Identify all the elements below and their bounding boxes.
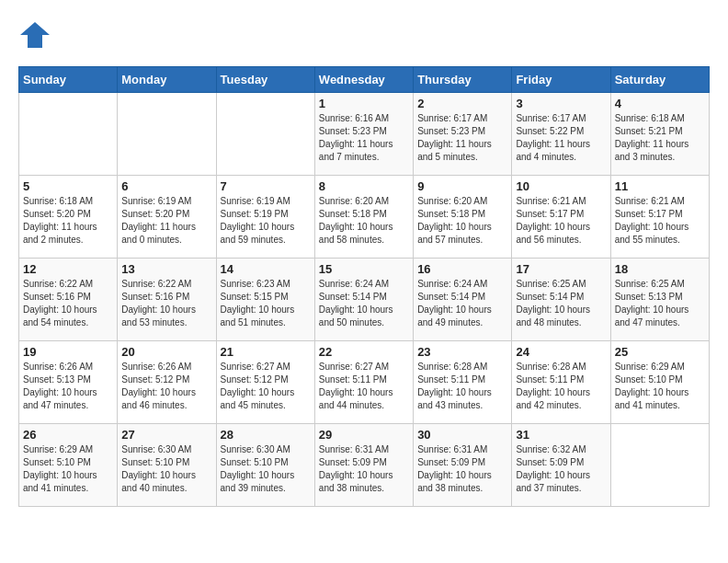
calendar-cell: 13Sunrise: 6:22 AM Sunset: 5:16 PM Dayli… (118, 259, 216, 341)
calendar-cell: 7Sunrise: 6:19 AM Sunset: 5:19 PM Daylig… (216, 176, 314, 259)
calendar-cell: 15Sunrise: 6:24 AM Sunset: 5:14 PM Dayli… (314, 259, 413, 341)
day-number: 8 (319, 179, 409, 193)
day-info: Sunrise: 6:28 AM Sunset: 5:11 PM Dayligh… (516, 361, 606, 412)
day-number: 28 (221, 428, 311, 442)
page-header (18, 18, 710, 52)
day-number: 14 (221, 262, 311, 276)
day-info: Sunrise: 6:31 AM Sunset: 5:09 PM Dayligh… (417, 443, 507, 495)
calendar-week-row: 26Sunrise: 6:29 AM Sunset: 5:10 PM Dayli… (19, 424, 710, 507)
calendar-cell: 20Sunrise: 6:26 AM Sunset: 5:12 PM Dayli… (118, 341, 216, 424)
svg-marker-0 (20, 22, 50, 48)
day-number: 26 (23, 428, 113, 442)
calendar-cell: 29Sunrise: 6:31 AM Sunset: 5:09 PM Dayli… (314, 424, 413, 507)
day-info: Sunrise: 6:28 AM Sunset: 5:11 PM Dayligh… (417, 361, 507, 412)
calendar-cell: 21Sunrise: 6:27 AM Sunset: 5:12 PM Dayli… (216, 341, 314, 424)
day-info: Sunrise: 6:19 AM Sunset: 5:20 PM Dayligh… (121, 195, 211, 247)
day-info: Sunrise: 6:26 AM Sunset: 5:12 PM Dayligh… (121, 361, 211, 412)
calendar-week-row: 12Sunrise: 6:22 AM Sunset: 5:16 PM Dayli… (19, 259, 710, 341)
day-number: 7 (221, 179, 311, 193)
day-number: 29 (319, 428, 409, 442)
day-number: 17 (516, 262, 606, 276)
calendar-cell: 16Sunrise: 6:24 AM Sunset: 5:14 PM Dayli… (414, 259, 512, 341)
logo-icon (18, 18, 51, 52)
day-number: 22 (319, 345, 409, 359)
day-number: 1 (319, 97, 409, 110)
calendar-week-row: 5Sunrise: 6:18 AM Sunset: 5:20 PM Daylig… (19, 176, 710, 259)
day-header-sunday: Sunday (19, 67, 118, 93)
calendar-cell: 19Sunrise: 6:26 AM Sunset: 5:13 PM Dayli… (19, 341, 118, 424)
calendar-cell: 22Sunrise: 6:27 AM Sunset: 5:11 PM Dayli… (314, 341, 413, 424)
calendar-cell: 31Sunrise: 6:32 AM Sunset: 5:09 PM Dayli… (512, 424, 610, 507)
day-info: Sunrise: 6:24 AM Sunset: 5:14 PM Dayligh… (319, 278, 409, 329)
day-number: 19 (23, 345, 113, 359)
calendar-cell: 23Sunrise: 6:28 AM Sunset: 5:11 PM Dayli… (414, 341, 512, 424)
day-number: 20 (121, 345, 211, 359)
day-number: 16 (417, 262, 507, 276)
day-header-saturday: Saturday (610, 67, 709, 93)
day-number: 12 (23, 262, 113, 276)
calendar-cell: 28Sunrise: 6:30 AM Sunset: 5:10 PM Dayli… (216, 424, 314, 507)
calendar-cell: 10Sunrise: 6:21 AM Sunset: 5:17 PM Dayli… (512, 176, 610, 259)
logo (18, 18, 55, 52)
day-number: 13 (121, 262, 211, 276)
day-info: Sunrise: 6:22 AM Sunset: 5:16 PM Dayligh… (23, 278, 113, 329)
day-info: Sunrise: 6:27 AM Sunset: 5:12 PM Dayligh… (221, 361, 311, 412)
day-number: 23 (417, 345, 507, 359)
day-header-tuesday: Tuesday (216, 67, 314, 93)
day-number: 2 (417, 97, 507, 110)
calendar-cell: 5Sunrise: 6:18 AM Sunset: 5:20 PM Daylig… (19, 176, 118, 259)
calendar-cell: 4Sunrise: 6:18 AM Sunset: 5:21 PM Daylig… (610, 93, 709, 176)
day-info: Sunrise: 6:21 AM Sunset: 5:17 PM Dayligh… (516, 195, 606, 247)
day-header-thursday: Thursday (414, 67, 512, 93)
day-info: Sunrise: 6:25 AM Sunset: 5:13 PM Dayligh… (615, 278, 705, 329)
day-header-wednesday: Wednesday (314, 67, 413, 93)
calendar-cell (19, 93, 118, 176)
calendar-header-row: SundayMondayTuesdayWednesdayThursdayFrid… (19, 67, 710, 93)
calendar-cell: 26Sunrise: 6:29 AM Sunset: 5:10 PM Dayli… (19, 424, 118, 507)
calendar-cell: 9Sunrise: 6:20 AM Sunset: 5:18 PM Daylig… (414, 176, 512, 259)
day-header-monday: Monday (118, 67, 216, 93)
day-info: Sunrise: 6:19 AM Sunset: 5:19 PM Dayligh… (221, 195, 311, 247)
day-number: 11 (615, 179, 705, 193)
day-info: Sunrise: 6:18 AM Sunset: 5:21 PM Dayligh… (615, 112, 705, 164)
day-number: 30 (417, 428, 507, 442)
day-info: Sunrise: 6:30 AM Sunset: 5:10 PM Dayligh… (121, 443, 211, 495)
day-info: Sunrise: 6:26 AM Sunset: 5:13 PM Dayligh… (23, 361, 113, 412)
day-info: Sunrise: 6:24 AM Sunset: 5:14 PM Dayligh… (417, 278, 507, 329)
calendar-cell: 18Sunrise: 6:25 AM Sunset: 5:13 PM Dayli… (610, 259, 709, 341)
day-info: Sunrise: 6:30 AM Sunset: 5:10 PM Dayligh… (221, 443, 311, 495)
day-number: 27 (121, 428, 211, 442)
day-number: 10 (516, 179, 606, 193)
day-info: Sunrise: 6:25 AM Sunset: 5:14 PM Dayligh… (516, 278, 606, 329)
calendar-week-row: 19Sunrise: 6:26 AM Sunset: 5:13 PM Dayli… (19, 341, 710, 424)
day-info: Sunrise: 6:17 AM Sunset: 5:23 PM Dayligh… (417, 112, 507, 164)
calendar-cell: 30Sunrise: 6:31 AM Sunset: 5:09 PM Dayli… (414, 424, 512, 507)
calendar-cell: 11Sunrise: 6:21 AM Sunset: 5:17 PM Dayli… (610, 176, 709, 259)
day-number: 9 (417, 179, 507, 193)
calendar-cell: 17Sunrise: 6:25 AM Sunset: 5:14 PM Dayli… (512, 259, 610, 341)
day-info: Sunrise: 6:16 AM Sunset: 5:23 PM Dayligh… (319, 112, 409, 164)
day-number: 5 (23, 179, 113, 193)
calendar-cell: 12Sunrise: 6:22 AM Sunset: 5:16 PM Dayli… (19, 259, 118, 341)
calendar-cell (118, 93, 216, 176)
day-info: Sunrise: 6:17 AM Sunset: 5:22 PM Dayligh… (516, 112, 606, 164)
calendar-cell: 25Sunrise: 6:29 AM Sunset: 5:10 PM Dayli… (610, 341, 709, 424)
day-number: 25 (615, 345, 705, 359)
day-info: Sunrise: 6:27 AM Sunset: 5:11 PM Dayligh… (319, 361, 409, 412)
day-number: 18 (615, 262, 705, 276)
calendar-cell: 3Sunrise: 6:17 AM Sunset: 5:22 PM Daylig… (512, 93, 610, 176)
day-info: Sunrise: 6:23 AM Sunset: 5:15 PM Dayligh… (221, 278, 311, 329)
day-number: 15 (319, 262, 409, 276)
calendar-cell (610, 424, 709, 507)
calendar-cell: 24Sunrise: 6:28 AM Sunset: 5:11 PM Dayli… (512, 341, 610, 424)
day-info: Sunrise: 6:22 AM Sunset: 5:16 PM Dayligh… (121, 278, 211, 329)
day-info: Sunrise: 6:29 AM Sunset: 5:10 PM Dayligh… (615, 361, 705, 412)
day-number: 31 (516, 428, 606, 442)
calendar-cell: 8Sunrise: 6:20 AM Sunset: 5:18 PM Daylig… (314, 176, 413, 259)
calendar-cell: 2Sunrise: 6:17 AM Sunset: 5:23 PM Daylig… (414, 93, 512, 176)
calendar-cell: 1Sunrise: 6:16 AM Sunset: 5:23 PM Daylig… (314, 93, 413, 176)
calendar-cell (216, 93, 314, 176)
day-header-friday: Friday (512, 67, 610, 93)
calendar-cell: 27Sunrise: 6:30 AM Sunset: 5:10 PM Dayli… (118, 424, 216, 507)
day-info: Sunrise: 6:21 AM Sunset: 5:17 PM Dayligh… (615, 195, 705, 247)
